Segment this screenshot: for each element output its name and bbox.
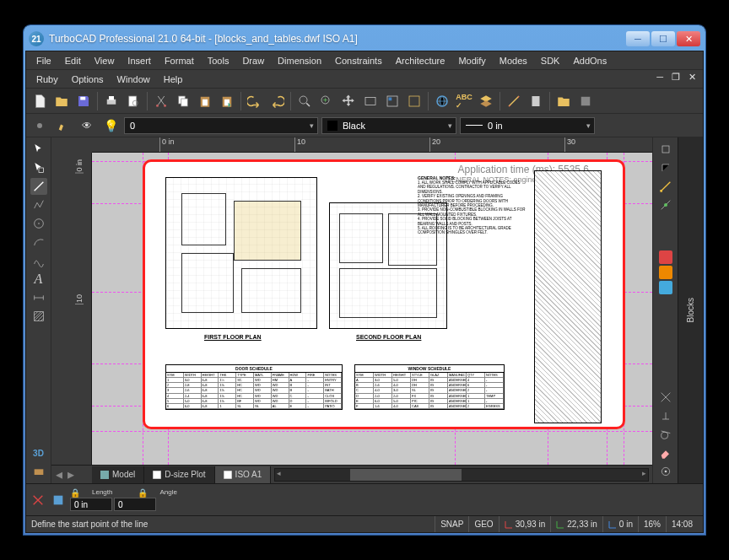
length-lock-icon[interactable]: 🔒	[70, 488, 80, 498]
eraser-icon[interactable]	[657, 444, 674, 461]
drafting-toggle[interactable]	[30, 492, 46, 509]
zoom-level[interactable]: 16%	[638, 516, 666, 532]
zoom-window-button[interactable]	[294, 91, 315, 111]
view-button[interactable]	[360, 91, 381, 111]
menu-help[interactable]: Help	[157, 72, 190, 87]
coord-y[interactable]: 22,33 in	[550, 516, 602, 532]
find-button[interactable]: ABC✓	[454, 91, 474, 111]
properties-button[interactable]	[575, 91, 596, 111]
layers-button[interactable]	[476, 91, 496, 111]
horizontal-scrollbar[interactable]: ◂▸	[274, 468, 649, 482]
maximize-button[interactable]: ☐	[651, 31, 675, 46]
blocks-panel-tab[interactable]: Blocks	[678, 137, 703, 483]
menu-modes[interactable]: Modes	[493, 53, 534, 68]
lineweight-combo[interactable]: 0 in	[460, 117, 595, 134]
visibility-icon[interactable]: 👁	[77, 116, 97, 136]
calculator-button[interactable]	[526, 91, 546, 111]
ortho-toggle[interactable]	[657, 159, 674, 176]
menu-insert[interactable]: Insert	[121, 53, 158, 68]
wall-tool[interactable]	[30, 463, 47, 480]
paste-special-button[interactable]	[217, 91, 237, 111]
spline-tool[interactable]	[30, 252, 47, 269]
gear-icon[interactable]	[30, 116, 50, 136]
tab-model[interactable]: Model	[92, 466, 144, 483]
mdi-minimize[interactable]: ─	[653, 72, 667, 83]
angle-field[interactable]: 0	[114, 498, 156, 511]
menu-sdk[interactable]: SDK	[534, 53, 567, 68]
menu-architecture[interactable]: Architecture	[389, 53, 452, 68]
circle-tool[interactable]	[30, 215, 47, 232]
titlebar[interactable]: 21 TurboCAD Professional 21.0 64-bit - […	[25, 27, 704, 51]
measure-button[interactable]	[504, 91, 524, 111]
drawing-canvas[interactable]: Application time (ms): 5535.6 GENERAL NO…	[92, 153, 652, 465]
new-button[interactable]	[30, 91, 50, 111]
named-views-button[interactable]	[382, 91, 402, 111]
menu-options[interactable]: Options	[65, 72, 111, 87]
undo-button[interactable]	[245, 91, 265, 111]
folder-button[interactable]	[554, 91, 574, 111]
vertical-ruler[interactable]: 0 in 10	[51, 153, 92, 465]
redo-button[interactable]	[267, 91, 287, 111]
tab-iso-a1[interactable]: ISO A1	[215, 466, 272, 483]
tab-scroll-left[interactable]: ◂	[53, 466, 65, 483]
dimension-tool[interactable]	[30, 289, 47, 306]
menu-addons[interactable]: AddOns	[566, 53, 613, 68]
print-button[interactable]	[101, 91, 122, 111]
save-button[interactable]	[73, 91, 94, 111]
render-button[interactable]	[404, 91, 424, 111]
horizontal-ruler[interactable]: 0 in 10 20 30	[92, 137, 652, 153]
copy-button[interactable]	[173, 91, 193, 111]
tab-scroll-right[interactable]: ▸	[65, 466, 77, 483]
endpoint-snap[interactable]	[657, 178, 674, 195]
mdi-restore[interactable]: ❐	[668, 72, 683, 83]
palette-cyan[interactable]	[659, 281, 672, 294]
layer-combo[interactable]: 0	[124, 117, 318, 134]
hatch-tool[interactable]	[30, 308, 47, 325]
menu-dimension[interactable]: Dimension	[271, 53, 328, 68]
tab-dsize[interactable]: D-size Plot	[144, 466, 214, 483]
paste-button[interactable]	[195, 91, 215, 111]
menu-edit[interactable]: Edit	[58, 53, 88, 68]
tangent-snap[interactable]	[657, 426, 674, 443]
text-tool[interactable]: A	[30, 271, 47, 288]
menu-draw[interactable]: Draw	[235, 53, 271, 68]
pan-button[interactable]	[338, 91, 359, 111]
arc-tool[interactable]	[30, 234, 47, 250]
hyperlink-button[interactable]	[432, 91, 452, 111]
midpoint-snap[interactable]	[657, 197, 674, 213]
palette-red[interactable]	[659, 250, 672, 264]
menu-window[interactable]: Window	[111, 72, 157, 87]
color-combo[interactable]: Black	[321, 117, 456, 134]
snap-toggle[interactable]	[657, 141, 674, 158]
minimize-button[interactable]: ─	[626, 31, 650, 46]
select-tool[interactable]	[30, 159, 47, 176]
print-preview-button[interactable]	[123, 91, 143, 111]
snap-indicator[interactable]: SNAP	[435, 516, 468, 532]
menu-file[interactable]: File	[30, 53, 58, 68]
menu-ruby[interactable]: Ruby	[30, 72, 65, 87]
length-field[interactable]: 0 in	[70, 498, 112, 511]
mdi-close[interactable]: ✕	[685, 72, 699, 83]
palette-orange[interactable]	[659, 266, 672, 279]
brush-icon[interactable]	[53, 116, 73, 136]
menu-format[interactable]: Format	[158, 53, 201, 68]
line-tool[interactable]	[30, 178, 47, 195]
geo-indicator[interactable]: GEO	[468, 516, 498, 532]
menu-view[interactable]: View	[88, 53, 122, 68]
grid-toggle[interactable]	[50, 492, 67, 509]
open-button[interactable]	[51, 91, 72, 111]
coord-z[interactable]: 0 in	[602, 516, 638, 532]
perpendicular-snap[interactable]	[657, 407, 674, 424]
coord-x[interactable]: 30,93 in	[499, 516, 551, 532]
angle-lock-icon[interactable]: 🔒	[138, 488, 148, 498]
zoom-extents-button[interactable]	[316, 91, 337, 111]
menu-tools[interactable]: Tools	[201, 53, 236, 68]
menu-modify[interactable]: Modify	[451, 53, 492, 68]
menu-constraints[interactable]: Constraints	[328, 53, 389, 68]
pointer-tool[interactable]	[30, 141, 47, 158]
3d-tool[interactable]: 3D	[30, 444, 47, 461]
center-snap[interactable]	[657, 463, 674, 480]
cut-button[interactable]	[151, 91, 171, 111]
polyline-tool[interactable]	[30, 197, 47, 213]
bulb-icon[interactable]: 💡	[100, 116, 121, 136]
